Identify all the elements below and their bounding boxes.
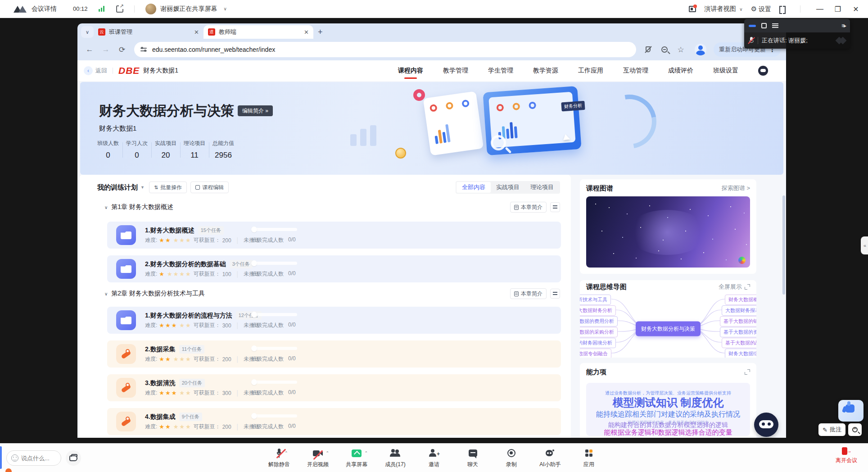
edit-intro-button[interactable]: 编辑简介 »: [238, 105, 273, 116]
nav-tab-grades[interactable]: 成绩评价: [668, 67, 693, 75]
content-blocked-icon[interactable]: [642, 43, 655, 56]
unmute-button[interactable]: ⌃ 解除静音: [267, 447, 291, 468]
mindmap-node[interactable]: 财务大数据综合分析: [725, 349, 756, 358]
ai-assistant-float-button[interactable]: [754, 413, 778, 437]
filter-all[interactable]: 全部内容: [457, 182, 491, 193]
address-bar[interactable]: edu.seentao.com/runner_web/teacher/index: [134, 42, 636, 57]
invite-button[interactable]: 邀请: [422, 447, 446, 468]
expand-icon[interactable]: [745, 369, 750, 375]
expand-icon[interactable]: [745, 284, 750, 290]
nav-tab-student-mgmt[interactable]: 学生管理: [488, 67, 513, 75]
url-text[interactable]: edu.seentao.com/runner_web/teacher/index: [152, 46, 275, 53]
members-button[interactable]: 成员(17): [384, 447, 407, 468]
apps-button[interactable]: 应用: [577, 447, 601, 468]
forward-icon[interactable]: →: [99, 43, 113, 56]
lesson-row[interactable]: 2.财务大数据分析的数据基础3个任务 难度:★★★★★可获新豆：100│未推送 …: [107, 255, 561, 282]
explore-map-link[interactable]: 探索图谱 >: [722, 184, 750, 192]
tab-close-icon[interactable]: ✕: [304, 29, 309, 36]
panel-collapse-icon[interactable]: ≡▸: [841, 23, 845, 29]
ai-robot-icon[interactable]: [758, 66, 768, 76]
plan-title[interactable]: 我的训练计划: [97, 183, 138, 192]
filter-theory[interactable]: 理论项目: [525, 182, 559, 193]
tab-close-icon[interactable]: ✕: [194, 29, 199, 36]
restore-button[interactable]: ❐: [833, 5, 843, 14]
fist-bump-button[interactable]: [66, 450, 81, 466]
lesson-row[interactable]: 4.数据集成9个任务 难度:★★★★★可获新豆：200│未推送 班级完成人数0/…: [107, 408, 561, 435]
ai-helper-button[interactable]: AI小助手: [538, 447, 562, 468]
settings-button[interactable]: ⚙ 设置: [751, 5, 771, 14]
meeting-detail-button[interactable]: 会议详情: [32, 5, 57, 13]
knowledge-graph-image[interactable]: [586, 196, 750, 268]
nav-tab-teaching-mgmt[interactable]: 教学管理: [443, 67, 468, 75]
mindmap-node[interactable]: 基于大数据的费用分析: [580, 316, 618, 327]
chevron-up-icon[interactable]: ⌃: [285, 451, 288, 455]
mindmap-node[interactable]: 基于大数据的销售分析: [720, 316, 756, 327]
panel-window-icon[interactable]: [761, 23, 767, 28]
nav-tab-interaction[interactable]: 互动管理: [623, 67, 648, 75]
nav-tab-resources[interactable]: 教学资源: [533, 67, 558, 75]
chat-input[interactable]: [21, 455, 53, 462]
close-button[interactable]: ✕: [851, 5, 861, 14]
lesson-row[interactable]: 3.数据清洗20个任务 难度:★★★★★可获新豆：300│未推送 班级完成人数0…: [107, 374, 561, 401]
bookmark-star-icon[interactable]: ☆: [674, 43, 687, 56]
share-screen-button[interactable]: ⌃ 共享屏幕: [345, 447, 368, 468]
ability-wordcloud[interactable]: 通过业务数据分析，为管理层决策、业务运营策略提供分析支持 模型测试知识 制度优化…: [586, 383, 750, 436]
start-video-button[interactable]: ⌃ 开启视频: [306, 447, 330, 468]
zoom-out-icon[interactable]: [658, 43, 671, 56]
tab-search-button[interactable]: ∨: [81, 26, 94, 38]
chevron-down-icon[interactable]: ▼: [140, 185, 145, 190]
chapter-intro-button[interactable]: 本章简介: [510, 288, 547, 299]
mindmap-node[interactable]: 基于大数据的战略分析: [722, 338, 756, 348]
chevron-up-icon[interactable]: ⌃: [364, 451, 368, 455]
chevron-up-icon[interactable]: ⌃: [326, 451, 329, 455]
chat-panel-handle[interactable]: [0, 446, 2, 469]
mindmap-node[interactable]: 大数据财务分析: [580, 305, 616, 316]
nav-tab-course-content[interactable]: 课程内容: [398, 67, 423, 75]
collapsed-panel-handle[interactable]: «: [861, 236, 868, 254]
leave-meeting-button[interactable]: 离开会议: [836, 447, 857, 464]
nav-tab-class-settings[interactable]: 班级设置: [713, 67, 738, 75]
mindmap-node[interactable]: 基于大数据的财务困境分析: [580, 338, 616, 348]
panel-minimize-icon[interactable]: [749, 25, 756, 27]
mindmap-node[interactable]: 基于大数据的采购分析: [580, 327, 618, 337]
reload-icon[interactable]: ⟳: [115, 43, 129, 56]
view-mode-dropdown[interactable]: 演讲者视图 ∨: [704, 5, 742, 13]
panel-list-icon[interactable]: [772, 23, 778, 28]
fullscreen-icon[interactable]: [779, 6, 786, 12]
batch-actions-button[interactable]: ⇅批量操作: [149, 182, 187, 193]
view-layout-icon[interactable]: [689, 6, 696, 12]
mindmap-canvas[interactable]: 财务大数据分析与决策 财务大数据分析技术与工具 大数据财务分析 基于大数据的费用…: [580, 294, 756, 358]
back-link[interactable]: 返回: [95, 67, 107, 75]
chevron-down-icon[interactable]: ∨: [224, 6, 227, 11]
annotate-button[interactable]: ✎批注: [818, 423, 845, 436]
zoom-tool-button[interactable]: [848, 423, 862, 436]
chevron-left-icon[interactable]: ‹: [84, 66, 93, 75]
site-settings-icon[interactable]: [140, 47, 148, 52]
chapter-layout-button[interactable]: [550, 202, 560, 212]
fullscreen-link[interactable]: 全屏展示: [719, 283, 742, 291]
pop-out-icon[interactable]: [116, 5, 123, 13]
lesson-row[interactable]: 1.财务大数据分析的流程与方法12个任务 难度:★★★★★可获新豆：300│未推…: [107, 307, 561, 334]
sharing-status[interactable]: 谢丽媛正在共享屏幕: [161, 5, 217, 13]
filter-practice[interactable]: 实战项目: [491, 182, 525, 193]
reaction-thumb-float[interactable]: [838, 400, 863, 422]
chapter-layout-button[interactable]: [550, 289, 560, 299]
lesson-row[interactable]: 2.数据采集11个任务 难度:★★★★★可获新豆：200│未推送 班级完成人数0…: [107, 340, 561, 368]
browser-profile-avatar[interactable]: [695, 44, 706, 55]
chat-input-pill[interactable]: [6, 450, 61, 466]
collapse-chevron-icon[interactable]: ∨: [104, 291, 108, 296]
mindmap-node[interactable]: 大数据财务报表分析: [722, 305, 756, 316]
mindmap-node[interactable]: 财务大数据分析技术与工具: [580, 295, 611, 305]
mindmap-node[interactable]: 基于大数据的资金分析: [720, 327, 756, 337]
chat-button[interactable]: 聊天: [461, 447, 484, 468]
record-button[interactable]: 录制: [500, 447, 523, 468]
mindmap-node[interactable]: 财务大数据概述: [725, 295, 756, 305]
collapse-chevron-icon[interactable]: ∨: [104, 205, 108, 210]
minimize-button[interactable]: —: [815, 5, 825, 13]
chapter-intro-button[interactable]: 本章简介: [510, 202, 547, 213]
new-tab-button[interactable]: +: [318, 27, 323, 37]
mindmap-center-node[interactable]: 财务大数据分析与决策: [636, 322, 701, 336]
page-scrollbar[interactable]: [782, 195, 785, 295]
browser-tab-inactive[interactable]: 云 班课管理 ✕: [94, 25, 203, 39]
mindmap-node[interactable]: 财务大数据专创融合: [580, 349, 611, 358]
